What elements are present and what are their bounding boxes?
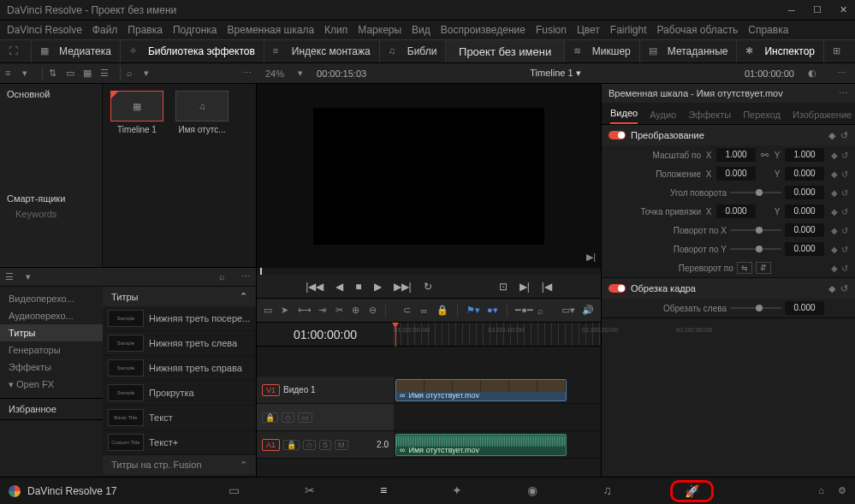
menu-fusion[interactable]: Fusion: [536, 24, 567, 36]
favorites-label[interactable]: Избранное: [9, 404, 56, 414]
edit-page-button[interactable]: ≡: [373, 480, 394, 502]
inspector-tab-переход[interactable]: Переход: [743, 110, 781, 124]
lock-icon[interactable]: 🔒: [262, 412, 278, 423]
inspector-tab-видео[interactable]: Видео: [610, 108, 638, 124]
edit-index-button[interactable]: ≡Индекс монтажа: [264, 40, 380, 62]
panel-options-icon[interactable]: ⋯: [241, 271, 251, 282]
maximize-button[interactable]: ☐: [812, 5, 822, 15]
lock-icon[interactable]: 🔒: [436, 305, 448, 316]
zoom-slider-icon[interactable]: ━●━: [515, 305, 527, 316]
scale-y-field[interactable]: 1.000: [785, 148, 824, 162]
reset-icon[interactable]: ↺: [840, 130, 848, 141]
next-edit-button[interactable]: |◀: [542, 281, 552, 293]
category-item[interactable]: ▾ Open FX: [0, 376, 103, 394]
category-item[interactable]: Аудиоперехо...: [0, 307, 103, 324]
menu-fairlight[interactable]: Fairlight: [610, 24, 647, 36]
menu-воспроизведение[interactable]: Воспроизведение: [441, 24, 525, 36]
deliver-page-button[interactable]: 🚀: [670, 480, 714, 502]
rotx-field[interactable]: 0.000: [785, 223, 824, 237]
menu-клип[interactable]: Клип: [324, 24, 347, 36]
transform-toggle[interactable]: [609, 131, 626, 139]
panel-list-icon[interactable]: ☰: [5, 271, 19, 283]
fullscreen-toggle[interactable]: ⛶: [0, 40, 32, 62]
snap-icon[interactable]: ⊂: [403, 305, 412, 316]
anchor-x-field[interactable]: 0.000: [716, 205, 756, 218]
fairlight-page-button[interactable]: ♫: [596, 480, 619, 502]
sound-library-button[interactable]: ♫Библи: [380, 40, 447, 62]
audio-clip[interactable]: ∞Имя отутствует.mov: [395, 434, 567, 456]
roty-slider[interactable]: [730, 248, 781, 250]
stop-button[interactable]: ■: [355, 281, 361, 293]
menu-вид[interactable]: Вид: [412, 24, 430, 36]
search-icon[interactable]: ⌕: [127, 68, 140, 80]
menu-справка[interactable]: Справка: [748, 24, 788, 36]
panel-chevron-icon[interactable]: ▾: [26, 271, 39, 283]
marker-icon[interactable]: ●▾: [487, 305, 498, 316]
list-view-icon[interactable]: ≡: [5, 68, 19, 80]
filmstrip-icon[interactable]: ▭: [66, 68, 80, 80]
inspector-tab-эффекты[interactable]: Эффекты: [688, 110, 731, 124]
sort-icon[interactable]: ⇅: [49, 68, 62, 80]
pos-x-field[interactable]: 0.000: [716, 167, 756, 181]
menu-маркеры[interactable]: Маркеры: [358, 24, 401, 36]
keyframe-icon[interactable]: ◆: [828, 130, 835, 141]
custom-view-icon[interactable]: ▭▾: [561, 305, 573, 316]
play-reverse-button[interactable]: ◀: [335, 281, 343, 293]
media-pool-button[interactable]: ▦Медиатека: [32, 40, 121, 62]
timeline-view-icon[interactable]: ▭: [264, 305, 272, 316]
title-preset[interactable]: SampleНижняя треть справа: [103, 356, 256, 381]
bypass-icon[interactable]: ◐: [808, 68, 822, 80]
menu-подгонка[interactable]: Подгонка: [173, 24, 217, 36]
rotation-slider[interactable]: [730, 192, 781, 193]
menu-правка[interactable]: Правка: [128, 24, 163, 36]
audio-track-header[interactable]: A1 🔒 ◇ S M 2.0: [257, 431, 394, 458]
pos-y-field[interactable]: 0.000: [785, 167, 824, 181]
crop-left-field[interactable]: 0.000: [785, 301, 824, 315]
last-frame-button[interactable]: ▶▶|: [394, 281, 412, 293]
flip-h-button[interactable]: ⇋: [737, 262, 752, 274]
flag-icon[interactable]: ⚑▾: [466, 305, 478, 316]
viewer[interactable]: ▶|: [257, 84, 601, 268]
title-preset[interactable]: Basic TitleТекст: [103, 406, 256, 430]
metadata-button[interactable]: ▤Метаданные: [639, 40, 737, 62]
auto-select-icon[interactable]: ◇: [282, 412, 294, 423]
category-item[interactable]: Видеоперехо...: [0, 290, 103, 307]
color-page-button[interactable]: ◉: [520, 480, 544, 502]
loop-button[interactable]: ↻: [424, 281, 432, 293]
category-item[interactable]: Эффекты: [0, 359, 103, 376]
smart-bin-keywords[interactable]: Keywords: [7, 209, 95, 219]
rotx-slider[interactable]: [730, 229, 781, 231]
menu-цвет[interactable]: Цвет: [577, 24, 600, 36]
menu-временная-шкала[interactable]: Временная шкала: [228, 24, 315, 36]
cut-page-button[interactable]: ✂: [298, 480, 322, 502]
bin-master[interactable]: Основной: [7, 89, 95, 99]
video-track-header[interactable]: V1 Видео 1: [257, 377, 394, 403]
inspector-options-icon[interactable]: ⋯: [839, 88, 848, 99]
close-button[interactable]: ✕: [838, 5, 848, 15]
rotation-field[interactable]: 0.000: [785, 186, 824, 199]
overwrite-tool[interactable]: ⊖: [369, 305, 377, 316]
first-frame-button[interactable]: |◀◀: [306, 281, 324, 293]
thumb-view-icon[interactable]: ▦: [83, 68, 97, 80]
anchor-y-field[interactable]: 0.000: [785, 205, 824, 218]
chevron-down-icon[interactable]: ▾: [144, 68, 157, 80]
trim-tool[interactable]: ⟷: [298, 305, 310, 316]
crop-left-slider[interactable]: [730, 307, 781, 309]
scale-x-field[interactable]: 1.000: [716, 148, 756, 162]
crop-toggle[interactable]: [609, 284, 626, 293]
inspector-button[interactable]: ✱Инспектор: [736, 40, 823, 62]
audio-icon[interactable]: 🔊: [582, 305, 594, 316]
prev-edit-button[interactable]: ▶|: [520, 281, 530, 293]
title-preset[interactable]: Custom TitleТекст+: [103, 430, 256, 455]
title-preset[interactable]: SampleНижняя треть слева: [103, 331, 256, 356]
timeline-ruler[interactable]: 01:00:00:00 01:00:00:0001:00:10:0001:00:…: [257, 323, 601, 347]
next-clip-icon[interactable]: ▶|: [586, 252, 596, 263]
minimize-button[interactable]: ─: [787, 5, 797, 15]
link-icon[interactable]: ∞: [420, 305, 429, 316]
menu-рабочая-область[interactable]: Рабочая область: [657, 24, 739, 36]
timeline-selector[interactable]: Timeline 1 ▾: [530, 68, 580, 79]
dropdown-icon[interactable]: ▾: [22, 68, 36, 80]
pool-options-icon[interactable]: ⋯: [242, 68, 252, 79]
menu-файл[interactable]: Файл: [92, 24, 118, 36]
title-preset[interactable]: SampleНижняя треть посере...: [103, 306, 256, 331]
